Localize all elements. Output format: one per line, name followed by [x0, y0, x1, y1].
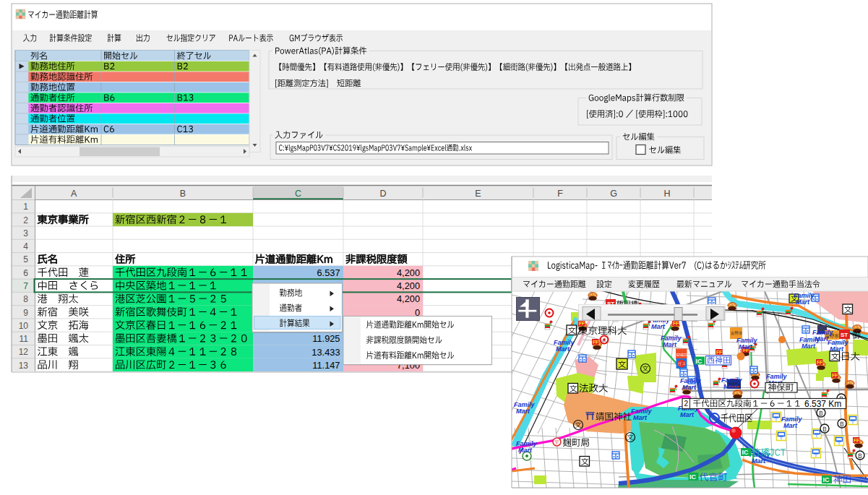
svg-text:13: 13: [19, 361, 29, 371]
svg-text:Mart: Mart: [682, 384, 697, 391]
svg-text:2: 2: [23, 215, 28, 225]
svg-text:FF: FF: [832, 373, 838, 378]
svg-text:IC: IC: [689, 473, 697, 481]
svg-text:9: 9: [23, 308, 28, 318]
svg-text:10: 10: [19, 321, 29, 331]
svg-text:Mart: Mart: [830, 345, 844, 353]
svg-text:E: E: [475, 189, 481, 199]
svg-text:IC: IC: [823, 476, 830, 483]
svg-text:Mart: Mart: [752, 457, 766, 465]
svg-text:3: 3: [23, 228, 28, 238]
svg-text:D: D: [379, 189, 386, 199]
svg-text:11.925: 11.925: [312, 333, 340, 344]
svg-text:ENEOS: ENEOS: [676, 353, 689, 357]
svg-text:Mart: Mart: [680, 411, 695, 418]
svg-text:7: 7: [23, 281, 28, 291]
svg-text:4,200: 4,200: [397, 293, 420, 304]
svg-text:FF: FF: [673, 321, 679, 326]
svg-text:Mart: Mart: [556, 345, 570, 353]
svg-text:ST: ST: [841, 332, 848, 338]
svg-text:5: 5: [23, 254, 28, 264]
svg-text:Mart: Mart: [723, 383, 738, 390]
svg-text:H: H: [663, 189, 670, 199]
svg-text:G: G: [610, 189, 617, 199]
svg-text:6.537 Km: 6.537 Km: [804, 399, 841, 409]
svg-text:Mart: Mart: [651, 323, 666, 330]
svg-text:Mart: Mart: [802, 343, 816, 350]
svg-text:C: C: [295, 189, 301, 199]
svg-text:FF: FF: [593, 340, 598, 345]
svg-text:6: 6: [23, 268, 28, 278]
svg-text:Mart: Mart: [815, 335, 829, 343]
svg-text:IC: IC: [696, 358, 703, 365]
svg-text:FF: FF: [817, 360, 822, 365]
svg-text:IC: IC: [742, 449, 749, 456]
svg-text:2: 2: [684, 400, 689, 408]
svg-text:Mart: Mart: [663, 341, 677, 348]
svg-text:11: 11: [20, 334, 29, 344]
svg-text:Mart: Mart: [796, 298, 810, 306]
svg-text:A: A: [71, 189, 77, 199]
svg-text:12: 12: [19, 347, 29, 357]
svg-text:Mart: Mart: [739, 343, 753, 350]
svg-text:8: 8: [23, 294, 28, 304]
svg-text:13.433: 13.433: [311, 347, 340, 358]
svg-text:4,200: 4,200: [397, 267, 420, 278]
svg-text:FF: FF: [854, 438, 859, 443]
svg-text:FF: FF: [716, 350, 722, 355]
svg-text:1: 1: [23, 202, 28, 212]
svg-text:Mart: Mart: [516, 408, 530, 415]
svg-text:Mart: Mart: [518, 447, 533, 454]
svg-text:4: 4: [23, 241, 28, 251]
svg-text:11.147: 11.147: [312, 360, 340, 371]
svg-text:4,200: 4,200: [397, 280, 420, 291]
svg-text:Mart: Mart: [633, 414, 648, 421]
svg-text:FF: FF: [579, 321, 585, 326]
svg-text:6.537: 6.537: [317, 267, 340, 278]
svg-text:F: F: [557, 189, 563, 199]
svg-text:B: B: [180, 189, 186, 199]
svg-text:Mart: Mart: [783, 422, 798, 429]
